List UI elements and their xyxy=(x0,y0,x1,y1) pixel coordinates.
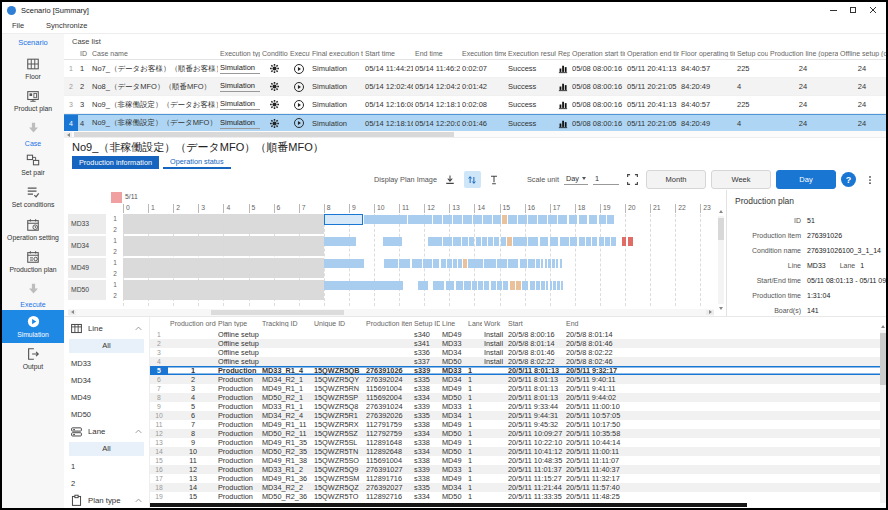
gantt-bar[interactable] xyxy=(508,215,517,224)
plan-table-row[interactable]: 62ProductionMD34_R2_115QWZR5QY276392024s… xyxy=(150,375,886,384)
scroll-down-icon[interactable] xyxy=(719,307,723,310)
gantt-bar[interactable] xyxy=(530,281,535,290)
plan-table-row[interactable]: 84ProductionMD50_R2_115QWZR5SP115692004s… xyxy=(150,393,886,402)
execute-button[interactable] xyxy=(293,99,305,111)
gantt-bar[interactable] xyxy=(324,281,403,290)
report-button[interactable] xyxy=(557,118,569,129)
fullscreen-button[interactable] xyxy=(624,171,641,188)
condition-settings-button[interactable] xyxy=(269,63,280,74)
gantt-bar[interactable] xyxy=(497,259,507,268)
gantt-bar[interactable] xyxy=(491,281,496,290)
gantt-bar[interactable] xyxy=(501,237,506,246)
plan-table-row[interactable]: 1814ProductionMD34_R2_215QWZR5QZ27639202… xyxy=(150,483,886,492)
filter-option[interactable]: MD33 xyxy=(64,355,149,372)
gantt-bar[interactable] xyxy=(456,281,464,290)
execution-type-dropdown[interactable]: Simulation xyxy=(220,63,260,74)
gantt-bar[interactable] xyxy=(605,237,610,246)
gantt-bar[interactable] xyxy=(383,237,402,246)
condition-settings-button[interactable] xyxy=(269,99,280,110)
gantt-bar[interactable] xyxy=(545,259,548,268)
gantt-bar[interactable] xyxy=(513,237,527,246)
gantt-bar[interactable] xyxy=(484,281,489,290)
gantt-bar[interactable] xyxy=(536,281,540,290)
gantt-bar[interactable] xyxy=(433,259,439,268)
gantt-bar[interactable] xyxy=(540,237,549,246)
filter-option[interactable]: MD49 xyxy=(64,389,149,406)
filter-option[interactable]: MD34 xyxy=(64,372,149,389)
gantt-bar[interactable] xyxy=(384,259,398,268)
case-list-row[interactable]: 11No7_（データお客様）（順番お客様）SimulationSimulatio… xyxy=(64,60,886,78)
gantt-bar[interactable] xyxy=(528,259,534,268)
maximize-button[interactable] xyxy=(845,4,861,16)
plan-table-row[interactable]: 1511ProductionMD49_R1_3815QWZR5SO1156910… xyxy=(150,456,886,465)
gantt-bar[interactable] xyxy=(458,259,462,268)
gantt-bar[interactable] xyxy=(579,237,585,246)
plan-table-row[interactable]: 139ProductionMD49_R1_3515QWZR5SL11289164… xyxy=(150,438,886,447)
gantt-bar[interactable] xyxy=(443,215,452,224)
gantt-bar[interactable] xyxy=(622,237,626,246)
gantt-bar[interactable] xyxy=(548,259,551,268)
gantt-bar[interactable] xyxy=(589,215,598,224)
gantt-bar[interactable] xyxy=(607,215,613,224)
filter-option[interactable]: MD50 xyxy=(64,406,149,423)
sidebar-item-set-conditions[interactable]: Set conditions xyxy=(2,181,64,213)
gantt-bar[interactable] xyxy=(324,237,357,246)
filter-section-line[interactable]: Line xyxy=(64,320,149,338)
align-bottom-button[interactable] xyxy=(442,171,459,188)
help-button[interactable]: ? xyxy=(841,172,856,187)
plan-table-row[interactable]: 1915ProductionMD50_R2_3615QWZR5TO1128927… xyxy=(150,492,886,501)
gantt-bar[interactable] xyxy=(507,237,512,246)
gantt-bar[interactable] xyxy=(553,281,556,290)
execute-button[interactable] xyxy=(293,81,305,93)
gantt-bar[interactable] xyxy=(468,259,483,268)
gantt-bar[interactable] xyxy=(472,281,477,290)
gantt-bar[interactable] xyxy=(520,259,528,268)
plan-table-horizontal-scrollbar[interactable] xyxy=(150,503,747,507)
gantt-bar[interactable] xyxy=(463,215,472,224)
day-view-button[interactable]: Day xyxy=(776,170,836,189)
text-filter-button[interactable] xyxy=(486,171,503,188)
gantt-bar[interactable] xyxy=(493,215,501,224)
gantt-bar[interactable] xyxy=(494,237,499,246)
gantt-vertical-scrollbar[interactable] xyxy=(718,216,724,304)
fit-vertical-button[interactable] xyxy=(464,171,481,188)
gantt-bar[interactable] xyxy=(628,237,633,246)
plan-table-row[interactable]: 2Offline setups341MD33Install20/5/8 8:01… xyxy=(150,339,886,348)
gantt-bar[interactable] xyxy=(541,281,545,290)
gantt-bar[interactable] xyxy=(364,215,407,224)
gantt-bar[interactable] xyxy=(483,215,492,224)
execute-button[interactable] xyxy=(293,117,305,129)
gantt-bar[interactable] xyxy=(503,281,508,290)
gantt-bar[interactable] xyxy=(558,215,567,224)
condition-settings-button[interactable] xyxy=(269,81,280,92)
menu-file[interactable]: File xyxy=(12,21,24,30)
chevron-up-icon[interactable] xyxy=(134,324,143,333)
minimize-button[interactable] xyxy=(825,4,841,16)
gantt-bar[interactable] xyxy=(462,237,468,246)
sidebar-item-production-plan[interactable]: Production plan xyxy=(2,246,64,278)
gantt-bar[interactable] xyxy=(592,237,597,246)
plan-table-row[interactable]: 106ProductionMD34_R2_415QWZR5R1276392026… xyxy=(150,411,886,420)
gantt-bar[interactable] xyxy=(560,259,563,268)
scale-count-input[interactable] xyxy=(593,174,619,185)
gantt-bar[interactable] xyxy=(508,259,518,268)
gantt-bar[interactable] xyxy=(418,281,428,290)
menu-synchronize[interactable]: Synchronize xyxy=(46,21,87,30)
gantt-bar[interactable] xyxy=(528,215,537,224)
case-list-row[interactable]: 22No8_（データMFO）（順番MFO）SimulationSimulatio… xyxy=(64,78,886,96)
case-list-row[interactable]: 33No9_（非稼働設定）（データお客様）（順番お客様）SimulationSi… xyxy=(64,96,886,114)
filter-section-plan-type[interactable]: Plan type xyxy=(64,492,149,508)
sidebar-item-floor[interactable]: Floor xyxy=(2,53,64,85)
gantt-bar[interactable] xyxy=(497,281,502,290)
gantt-bar[interactable] xyxy=(399,259,410,268)
gantt-bar[interactable] xyxy=(408,215,432,224)
sidebar-item-product-plan[interactable]: Product plan xyxy=(2,85,64,117)
gantt-bar[interactable] xyxy=(541,259,544,268)
gantt-bar[interactable] xyxy=(557,281,560,290)
sidebar-item-operation-setting[interactable]: Operation setting xyxy=(2,214,64,246)
sidebar-item-output[interactable]: Output xyxy=(2,343,64,375)
gantt-bar[interactable] xyxy=(556,259,559,268)
gantt-bar[interactable] xyxy=(482,237,487,246)
filter-section-lane[interactable]: Lane xyxy=(64,423,149,441)
gantt-bar[interactable] xyxy=(586,237,591,246)
